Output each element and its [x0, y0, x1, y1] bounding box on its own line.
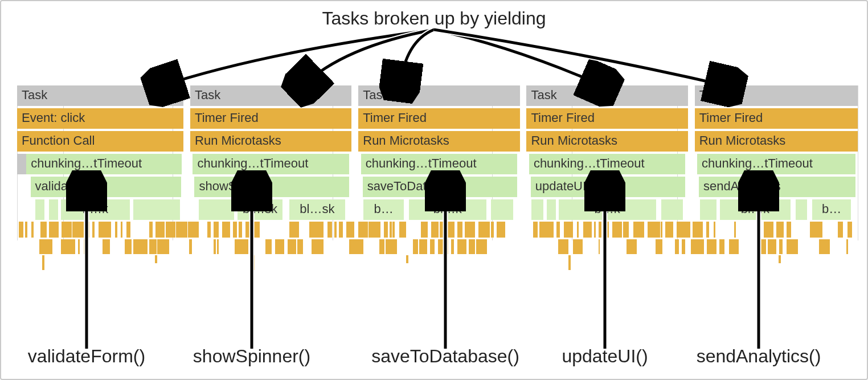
bottom-label: showSpinner() — [193, 346, 310, 367]
flame-segment — [252, 255, 255, 270]
flame-segment — [176, 222, 187, 238]
flame-segment — [297, 239, 303, 254]
flame-segment — [133, 199, 181, 220]
flame-segment — [346, 222, 354, 238]
flame-segment — [214, 222, 219, 238]
flame-segment — [819, 239, 830, 254]
flame-segment — [787, 222, 792, 238]
flame-segment — [369, 222, 380, 238]
flame-segment — [577, 222, 579, 238]
flame-segment — [594, 222, 596, 238]
flame-segment — [419, 239, 427, 254]
flame-segment — [207, 222, 211, 238]
flame-segment — [40, 222, 47, 238]
flame-segment — [768, 239, 776, 254]
flame-segment — [677, 222, 690, 238]
flame-segment — [289, 222, 299, 238]
flame-segment — [19, 222, 23, 238]
flame-segment: sendAnalytics — [699, 177, 855, 197]
flame-segment — [779, 255, 781, 263]
row-tiny2 — [17, 238, 858, 255]
flame-segment: Task — [17, 85, 183, 106]
flame-segment — [189, 239, 192, 254]
flame-segment — [612, 222, 622, 238]
flame-segment: updateUI — [531, 177, 686, 197]
flame-segment — [358, 222, 368, 238]
flame-segment — [349, 239, 363, 254]
flame-segment — [531, 199, 543, 220]
flame-segment: Function Call — [17, 131, 183, 152]
flame-segment — [188, 222, 199, 238]
flame-segment — [758, 239, 767, 254]
bottom-label: validateForm() — [28, 346, 145, 367]
flame-segment — [438, 239, 446, 254]
flame-segment — [17, 154, 26, 174]
flame-segment: validateForm — [31, 177, 181, 197]
flame-segment: Run Microtasks — [695, 131, 858, 152]
flame-segment — [265, 239, 272, 254]
flame-segment — [126, 222, 130, 238]
flame-segment — [431, 222, 439, 238]
row-chunk: chunking…tTimeoutchunking…tTimeoutchunki… — [17, 154, 858, 174]
row-tail — [17, 255, 858, 284]
flame-segment — [199, 199, 234, 220]
flame-segment: bl…k — [720, 199, 791, 220]
flame-segment — [707, 239, 716, 254]
flame-segment: chunking…tTimeout — [529, 154, 686, 174]
flame-segment — [386, 239, 397, 254]
flame-segment — [334, 222, 337, 238]
flame-segment — [399, 222, 406, 238]
flame-segment: Timer Fired — [695, 108, 858, 129]
flame-segment — [440, 222, 445, 238]
flame-segment — [764, 222, 774, 238]
flame-segment — [25, 222, 27, 238]
flame-segment: bl…sk — [289, 199, 345, 220]
row-task: TaskTaskTaskTaskTask — [17, 85, 858, 106]
flame-segment — [157, 239, 169, 254]
flame-segment: Event: click — [17, 108, 183, 129]
flame-segment — [115, 222, 117, 238]
flame-segment — [627, 239, 637, 254]
flame-segment — [734, 222, 736, 238]
flame-segment — [309, 222, 324, 238]
flame-segment — [476, 239, 487, 254]
flame-segment — [491, 199, 513, 220]
flame-segment — [49, 222, 59, 238]
flame-segment — [149, 222, 153, 238]
flame-segment — [700, 199, 717, 220]
flame-segment — [558, 239, 568, 254]
flame-segment: Timer Fired — [526, 108, 687, 129]
flame-segment: Task — [358, 85, 519, 106]
flame-segment — [599, 239, 600, 254]
flame-segment — [222, 222, 230, 238]
flame-segment — [275, 239, 284, 254]
flame-segment — [556, 222, 560, 238]
flame-segment — [838, 222, 843, 238]
flame-segment — [568, 255, 571, 270]
flame-segment — [623, 222, 629, 238]
flame-segment: chunking…tTimeout — [193, 154, 349, 174]
flame-segment: showSpinner — [194, 177, 349, 197]
flame-segment — [729, 239, 739, 254]
flame-segment: Timer Fired — [358, 108, 519, 129]
flame-segment — [125, 239, 131, 254]
flame-chart: TaskTaskTaskTaskTask Event: clickTimer F… — [17, 85, 858, 289]
flame-segment: saveToDatabase — [363, 177, 518, 197]
flame-segment — [682, 239, 685, 254]
flame-segment — [339, 222, 343, 238]
flame-segment — [497, 222, 505, 238]
flame-segment — [846, 239, 848, 254]
flame-segment — [327, 222, 332, 238]
flame-segment — [573, 239, 583, 254]
flame-segment — [72, 222, 84, 238]
flame-segment — [288, 239, 296, 254]
flame-segment: Run Microtasks — [526, 131, 687, 152]
flame-segment — [149, 239, 157, 254]
flame-segment — [675, 239, 679, 254]
flame-segment — [779, 239, 782, 254]
flame-segment: b… — [812, 199, 851, 220]
flame-segment: chunking…tTimeout — [697, 154, 855, 174]
flame-segment — [469, 239, 476, 254]
flame-segment — [448, 222, 455, 238]
flame-segment — [49, 199, 58, 220]
